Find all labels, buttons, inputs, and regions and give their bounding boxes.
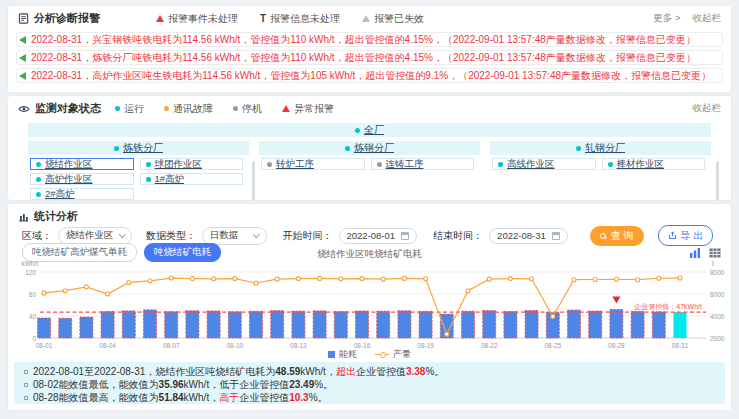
calendar-icon xyxy=(552,232,560,240)
collapse-link[interactable]: 收起栏 xyxy=(693,12,722,25)
fault-dot-icon xyxy=(164,106,169,111)
status-dot xyxy=(114,146,119,151)
tree-node-blast-furnace-1[interactable]: 1#高炉 xyxy=(140,173,244,185)
summary-line: 08-02能效值最低，能效值为35.96kWh/t，低于企业管控值23.49%。 xyxy=(24,378,715,391)
gray-triangle-icon xyxy=(362,15,370,22)
svg-text:120: 120 xyxy=(25,269,36,276)
report-icon xyxy=(18,13,29,24)
tree-node-pellet-area[interactable]: 球团作业区 xyxy=(140,158,244,170)
legend-alarm-event-unhandled: 报警事件未处理 xyxy=(156,12,238,26)
letter-t-icon: T xyxy=(260,13,266,24)
tree-node-sintering-area[interactable]: 烧结作业区 xyxy=(30,158,134,170)
status-dot xyxy=(146,162,151,167)
collapse-link[interactable]: 收起栏 xyxy=(693,102,722,115)
legend-production[interactable]: 产量 xyxy=(375,348,411,361)
status-dot xyxy=(36,162,41,167)
alert-row[interactable]: 2022-08-31，兴宝钢铁吨铁电耗为114.56 kWh/t，管控值为110… xyxy=(16,32,723,47)
tree-node-steelmaking-branch[interactable]: 炼钢分厂 xyxy=(259,141,480,155)
chart-legend: 能耗 产量 xyxy=(8,348,731,361)
tree-node-converter-process[interactable]: 转炉工序 xyxy=(261,158,365,170)
start-date-input[interactable]: 2022-08-01 xyxy=(339,228,418,244)
legend-stopped: 停机 xyxy=(233,102,262,116)
legend-comm-fault: 通讯故障 xyxy=(164,102,213,116)
region-select[interactable]: 烧结作业区 xyxy=(58,227,132,245)
energy-chart: 040801202000400060008000kWh/tt企业管控值：47kW… xyxy=(14,258,725,350)
alert-row[interactable]: 2022-08-31，高炉作业区吨生铁电耗为114.56 kWh/t，管控值为1… xyxy=(16,68,723,83)
svg-text:企业管控值：47kWh/t: 企业管控值：47kWh/t xyxy=(633,303,702,311)
tree-node-blast-furnace-area[interactable]: 高炉作业区 xyxy=(30,173,134,185)
analysis-summary: 2022-08-01至2022-08-31，烧结作业区吨烧结矿电耗为48.59k… xyxy=(14,362,725,404)
svg-text:t: t xyxy=(712,260,714,267)
status-dot xyxy=(576,146,581,151)
tree-node-ironmaking-branch[interactable]: 炼铁分厂 xyxy=(28,141,249,155)
status-dot xyxy=(355,128,360,133)
status-dot xyxy=(36,177,41,182)
status-dot xyxy=(36,192,41,197)
legend-energy[interactable]: 能耗 xyxy=(328,348,357,361)
alarm-panel-header: 分析诊断报警 报警事件未处理 T报警信息未处理 报警已失效 更多 > 收起栏 xyxy=(8,6,731,29)
tree-node-bar-area[interactable]: 棒材作业区 xyxy=(602,158,706,170)
status-header-actions: 收起栏 xyxy=(693,102,722,115)
green-flag-icon xyxy=(19,36,26,44)
run-dot-icon xyxy=(115,106,120,111)
alert-text: 2022-08-31，高炉作业区吨生铁电耗为114.56 kWh/t，管控值为1… xyxy=(31,69,711,83)
bar-chart-icon xyxy=(18,211,29,222)
alarm-panel-title: 分析诊断报警 xyxy=(34,11,100,26)
bullet-icon xyxy=(24,370,28,374)
more-link[interactable]: 更多 > xyxy=(653,12,680,25)
bullet-icon xyxy=(24,396,28,400)
summary-line: 2022-08-01至2022-08-31，烧结作业区吨烧结矿电耗为48.59k… xyxy=(24,365,715,378)
region-label: 区域： xyxy=(22,229,52,243)
svg-text:8000: 8000 xyxy=(710,269,725,276)
svg-text:4000: 4000 xyxy=(710,313,725,320)
scrollbar[interactable] xyxy=(716,161,719,201)
chart-area: 040801202000400060008000kWh/tt企业管控值：47kW… xyxy=(14,258,725,354)
branch-items: 转炉工序 连铸工序 xyxy=(259,155,480,170)
branch-steelmaking: 炼钢分厂 转炉工序 连铸工序 xyxy=(259,141,480,200)
tree-node-blast-furnace-2[interactable]: 2#高炉 xyxy=(30,188,134,200)
tree-node-whole-plant[interactable]: 全厂 xyxy=(28,123,711,137)
chevron-down-icon xyxy=(119,231,125,237)
stats-panel: 统计分析 区域： 烧结作业区 数据类型： 日数据 开始时间： 2022-08-0… xyxy=(8,204,731,410)
status-dot xyxy=(146,177,151,182)
scrollbar[interactable] xyxy=(252,161,255,201)
green-flag-icon xyxy=(19,72,26,80)
alarm-legend: 报警事件未处理 T报警信息未处理 报警已失效 xyxy=(156,12,424,26)
svg-text:0: 0 xyxy=(32,335,36,342)
datatype-select[interactable]: 日数据 xyxy=(202,227,267,245)
start-time-label: 开始时间： xyxy=(283,229,333,243)
alert-row[interactable]: 2022-08-31，炼铁分厂吨铁电耗为114.56 kWh/t，管控值为110… xyxy=(16,50,723,65)
branch-items: 高线作业区 棒材作业区 xyxy=(490,155,711,170)
branch-ironmaking: 炼铁分厂 烧结作业区 球团作业区 高炉作业区 1#高炉 2#高炉 xyxy=(28,141,249,200)
red-triangle-icon xyxy=(156,15,164,22)
alarm-panel: 分析诊断报警 报警事件未处理 T报警信息未处理 报警已失效 更多 > 收起栏 2… xyxy=(8,6,731,92)
tree-node-rolling-branch[interactable]: 轧钢分厂 xyxy=(490,141,711,155)
svg-text:2000: 2000 xyxy=(710,335,725,342)
svg-text:40: 40 xyxy=(29,313,37,320)
stats-panel-header: 统计分析 xyxy=(18,209,78,224)
stop-dot-icon xyxy=(233,106,238,111)
end-date-input[interactable]: 2022-08-31 xyxy=(489,228,568,244)
branch-columns: 炼铁分厂 烧结作业区 球团作业区 高炉作业区 1#高炉 2#高炉 炼钢分厂 转炉… xyxy=(28,141,711,200)
svg-text:6000: 6000 xyxy=(710,291,725,298)
branch-rolling: 轧钢分厂 高线作业区 棒材作业区 xyxy=(490,141,711,200)
status-dot xyxy=(267,162,272,167)
status-panel-title: 监测对象状态 xyxy=(35,101,101,116)
alert-text: 2022-08-31，兴宝钢铁吨铁电耗为114.56 kWh/t，管控值为110… xyxy=(31,33,696,47)
tree-node-high-speed-wire-area[interactable]: 高线作业区 xyxy=(492,158,596,170)
legend-abnormal-alarm: 异常报警 xyxy=(282,102,334,116)
production-legend-marker xyxy=(375,354,389,356)
tree-node-casting-process[interactable]: 连铸工序 xyxy=(371,158,475,170)
status-dot xyxy=(498,162,503,167)
end-time-label: 结束时间： xyxy=(433,229,483,243)
eye-icon xyxy=(18,103,30,115)
status-dot xyxy=(345,146,350,151)
svg-text:80: 80 xyxy=(29,291,37,298)
svg-text:kWh/t: kWh/t xyxy=(21,260,38,267)
search-icon xyxy=(600,233,606,239)
status-legend: 运行 通讯故障 停机 异常报警 xyxy=(115,102,334,116)
summary-line: 08-28能效值最高，能效值为51.84kWh/t，高于企业管控值10.3%。 xyxy=(24,391,715,404)
dashboard: { "alarm_panel": { "title": "分析诊断报警", "l… xyxy=(0,0,739,419)
datatype-label: 数据类型： xyxy=(146,229,196,243)
chevron-down-icon xyxy=(253,231,259,237)
